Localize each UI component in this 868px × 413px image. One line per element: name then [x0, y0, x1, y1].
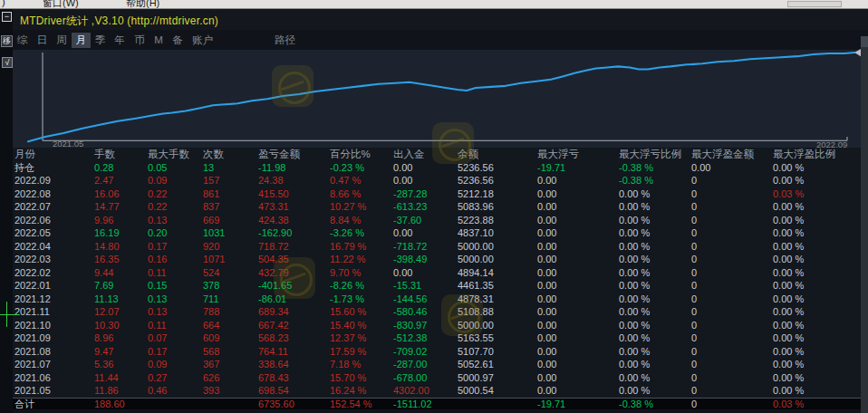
cell-value: 9.96 [94, 214, 148, 227]
cell-value: 0 [691, 200, 773, 214]
cell-value: 0.00 % [773, 345, 861, 359]
tab-账户[interactable]: 账户 [188, 33, 217, 48]
equity-chart-plot[interactable] [13, 50, 861, 148]
app-title: MTDriver统计 ,V3.10 (http://mtdriver.cn) [20, 14, 218, 29]
cell-value: 4894.14 [458, 266, 537, 280]
scrollbar-button[interactable] [861, 36, 868, 47]
cell-value: 0.46 [148, 384, 203, 398]
titlebar[interactable]: MTDriver统计 ,V3.10 (http://mtdriver.cn) [13, 9, 868, 30]
cell-value: 524 [203, 266, 258, 280]
row-label: 2021.06 [14, 371, 94, 385]
column-header[interactable]: 百分比% [330, 148, 393, 161]
cell-value: 0.00 % [619, 187, 691, 201]
table-row-2022.04[interactable]: 2022.0414.800.17920718.7216.79 %-718.725… [13, 240, 861, 254]
cell-value: 0.00 [393, 161, 458, 175]
column-header[interactable]: 月份 [14, 148, 94, 161]
column-header[interactable]: 手数 [94, 148, 148, 161]
table-row-2022.03[interactable]: 2022.0316.350.161071504.3511.22 %-398.49… [13, 253, 861, 266]
move-tool-icon[interactable]: 移 [1, 35, 13, 47]
cell-value: 0.15 [148, 279, 203, 293]
table-row-2021.11[interactable]: 2021.1112.070.13788689.3415.60 %-580.465… [13, 305, 861, 319]
table-row-2022.02[interactable]: 2022.029.440.11524432.799.70 %0.004894.1… [13, 266, 861, 280]
cell-value: 0.00 % [773, 161, 861, 175]
table-row-2021.09[interactable]: 2021.098.960.07609568.2312.37 %-512.3851… [13, 331, 861, 345]
cell-value: 0.27 [148, 371, 203, 385]
column-header[interactable]: 最大浮盈金额 [691, 148, 773, 161]
tab-周[interactable]: 周 [52, 33, 72, 48]
column-header[interactable]: 次数 [203, 148, 258, 161]
cell-value: 0 [691, 293, 773, 306]
cell-value: 0.00 [537, 319, 619, 332]
cell-value: -162.90 [258, 226, 330, 240]
table-row-2022.09[interactable]: 2022.092.470.0915724.380.47 %0.005236.56… [13, 174, 861, 187]
cell-value: -86.01 [258, 293, 330, 306]
tab-月[interactable]: 月 [72, 33, 92, 48]
minimize-button[interactable]: − [2, 12, 12, 22]
cell-value: 338.64 [258, 358, 330, 371]
cell-value: 0.00 % [773, 279, 861, 293]
table-row-2021.05[interactable]: 2021.0511.860.46393698.5416.24 %4302.005… [13, 384, 861, 398]
column-header[interactable]: 最大浮亏比例 [619, 148, 691, 161]
cell-value: 0.17 [148, 345, 203, 359]
column-header[interactable]: 最大浮亏 [537, 148, 619, 161]
cell-value: -830.97 [393, 319, 458, 332]
table-row-持仓[interactable]: 持仓0.280.0513-11.98-0.23 %0.005236.56-19.… [13, 161, 861, 175]
cell-value: 689.34 [258, 305, 330, 319]
cell-value: -11.98 [258, 161, 330, 175]
table-total-row[interactable]: 合计188.606735.60152.54 %-1511.02-19.71-0.… [13, 398, 861, 410]
cell-value: -580.46 [393, 305, 458, 319]
tab-M[interactable]: M [149, 34, 169, 46]
cell-value: 15.70 % [330, 371, 393, 385]
row-label: 2021.08 [14, 345, 94, 359]
tab-年[interactable]: 年 [111, 33, 130, 48]
column-header[interactable]: 盈亏金额 [258, 148, 330, 161]
cell-value: 16.19 [94, 226, 148, 240]
cell-value: 0.00 [537, 358, 619, 371]
cell-value: 0 [691, 226, 773, 240]
column-header[interactable]: 出入金 [393, 148, 458, 161]
column-header[interactable]: 余额 [458, 148, 537, 161]
cell-value: 11.13 [94, 293, 148, 306]
cell-value: 0 [691, 384, 773, 398]
table-row-2022.01[interactable]: 2022.017.690.15378-401.65-8.26 %-15.3144… [13, 279, 861, 293]
cell-value: 0 [691, 371, 773, 385]
check-tool-icon[interactable]: √ [2, 57, 13, 68]
row-label: 2022.09 [14, 174, 94, 187]
menu-item-help[interactable]: 帮助(H) [126, 0, 159, 9]
table-row-2021.08[interactable]: 2021.089.470.17568764.1117.59 %-709.0251… [13, 345, 861, 359]
tab-日[interactable]: 日 [33, 33, 53, 48]
tab-币[interactable]: 币 [130, 33, 149, 48]
table-row-2022.06[interactable]: 2022.069.960.13669424.388.84 %-37.605223… [13, 214, 861, 227]
table-row-2022.07[interactable]: 2022.0714.770.22837473.3110.27 %-613.235… [13, 200, 861, 214]
table-row-2021.06[interactable]: 2021.0611.440.27626678.4315.70 %-678.005… [13, 371, 861, 385]
tab-季[interactable]: 季 [91, 33, 111, 48]
vertical-scrollbar[interactable] [861, 36, 868, 413]
cell-value: 4302.00 [393, 384, 458, 398]
table-row-2021.10[interactable]: 2021.1010.300.11664667.4215.40 %-830.975… [13, 319, 861, 332]
cell-value: 0 [691, 187, 773, 201]
cell-value: 0.00 [537, 226, 619, 240]
row-label: 持仓 [14, 161, 94, 175]
cell-value: 8.66 % [330, 187, 393, 201]
cell-value: 0.00 % [619, 384, 691, 398]
cell-value: 1031 [203, 226, 258, 240]
table-row-2021.12[interactable]: 2021.1211.130.13711-86.01-1.73 %-144.564… [13, 293, 861, 306]
table-row-2021.07[interactable]: 2021.075.360.09367338.647.18 %-287.00505… [13, 358, 861, 371]
cell-value: 0.03 % [773, 399, 861, 410]
tab-bar: 综日周月季年币M备账户路径 [13, 30, 868, 50]
table-row-2022.08[interactable]: 2022.0816.060.22861415.508.66 %-287.2852… [13, 187, 861, 201]
column-header[interactable]: 最大手数 [148, 148, 203, 161]
cell-value: 0.00 [537, 240, 619, 254]
table-row-2022.05[interactable]: 2022.0516.190.201031-162.90-3.26 %0.0048… [13, 226, 861, 240]
cell-value: 0 [691, 214, 773, 227]
column-header[interactable]: 最大浮盈比例 [773, 148, 861, 161]
cell-value: 698.54 [258, 384, 330, 398]
cell-value: 0.00 [537, 200, 619, 214]
tab-备[interactable]: 备 [169, 33, 188, 48]
tab-path[interactable]: 路径 [270, 33, 300, 48]
tab-综[interactable]: 综 [13, 33, 33, 48]
cell-value: 0.00 % [773, 200, 861, 214]
cell-value: 0.28 [94, 161, 148, 175]
menu-item-window[interactable]: 窗口(W) [43, 0, 79, 9]
cell-value: -1511.02 [393, 399, 458, 410]
